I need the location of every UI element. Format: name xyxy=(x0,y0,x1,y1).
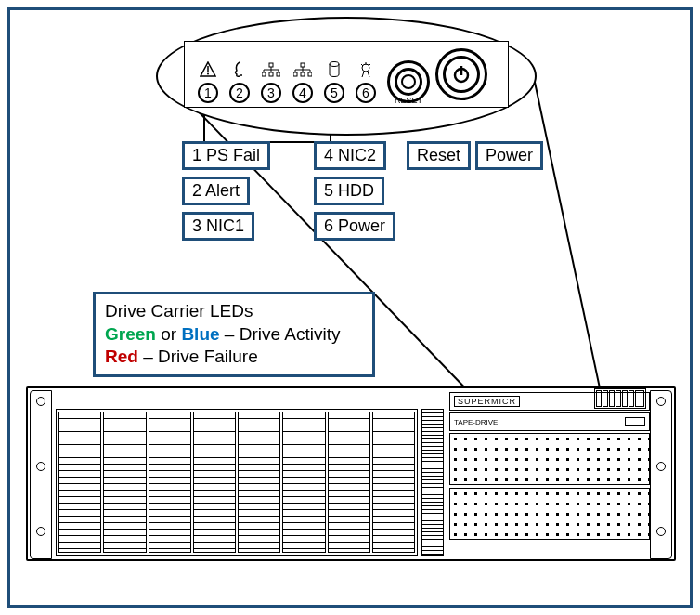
svg-rect-12 xyxy=(277,72,280,76)
drive-led-infobox: Drive Carrier LEDs Green or Blue – Drive… xyxy=(93,292,375,377)
infobox-failure: – Drive Failure xyxy=(138,347,258,366)
callout-2-alert: 2 Alert xyxy=(182,177,250,205)
powerled-icon xyxy=(359,60,372,79)
nic1-icon xyxy=(262,60,280,79)
led-4-number: 4 xyxy=(292,83,313,103)
svg-rect-19 xyxy=(293,72,297,76)
svg-point-2 xyxy=(207,73,209,75)
drive-carrier[interactable] xyxy=(238,412,280,553)
led-3: 3 xyxy=(255,60,287,103)
tape-label: TAPE-DRIVE xyxy=(454,418,498,426)
infobox-activity: – Drive Activity xyxy=(220,324,341,344)
brand-label: SUPERMICR xyxy=(454,396,520,407)
drive-carrier[interactable] xyxy=(282,412,325,553)
reset-label: RESET xyxy=(395,96,422,105)
drive-carrier[interactable] xyxy=(103,412,146,553)
server-chassis: SUPERMICR TAPE-DRIVE xyxy=(26,386,676,561)
led-2: 2 xyxy=(224,60,255,103)
callout-power: Power xyxy=(475,141,543,170)
nic2-icon xyxy=(293,60,312,79)
svg-rect-10 xyxy=(262,72,266,76)
svg-rect-13 xyxy=(301,63,305,67)
svg-rect-20 xyxy=(301,72,305,76)
drive-carrier[interactable] xyxy=(372,412,415,553)
right-module-stack: SUPERMICR TAPE-DRIVE xyxy=(449,392,650,557)
callout-4-nic2: 4 NIC2 xyxy=(314,141,386,170)
vent-grid-upper xyxy=(449,433,650,485)
callout-3-nic1: 3 NIC1 xyxy=(182,212,254,241)
infobox-red: Red xyxy=(105,347,138,366)
drive-carrier[interactable] xyxy=(328,412,370,553)
infobox-activity-line: Green or Blue – Drive Activity xyxy=(105,323,363,347)
svg-point-23 xyxy=(362,64,369,72)
front-panel-inset: 1 2 3 4 5 6 RESET xyxy=(184,41,509,108)
svg-rect-4 xyxy=(269,63,273,67)
callout-5-hdd: 5 HDD xyxy=(314,177,384,205)
callout-reset: Reset xyxy=(407,141,471,170)
led-5-number: 5 xyxy=(324,83,344,103)
vent-grid-lower xyxy=(449,488,650,540)
alert-icon xyxy=(233,60,246,79)
svg-rect-21 xyxy=(308,72,312,76)
psfail-icon xyxy=(200,60,216,79)
svg-point-3 xyxy=(240,74,242,76)
svg-line-28 xyxy=(368,72,369,77)
infobox-failure-line: Red – Drive Failure xyxy=(105,346,363,369)
drive-carrier[interactable] xyxy=(58,412,101,553)
led-1-number: 1 xyxy=(198,83,218,103)
infobox-or: or xyxy=(156,324,181,344)
rack-ear-left xyxy=(30,390,52,559)
tape-drive-row: TAPE-DRIVE xyxy=(449,412,650,431)
hdd-icon xyxy=(329,60,340,79)
svg-rect-11 xyxy=(269,72,273,76)
led-4: 4 xyxy=(287,60,318,103)
drive-bay xyxy=(56,409,418,556)
reset-button-wrap: RESET xyxy=(382,60,430,103)
led-3-number: 3 xyxy=(261,83,281,103)
led-5: 5 xyxy=(318,60,350,103)
callout-1-psfail: 1 PS Fail xyxy=(182,141,270,170)
infobox-green: Green xyxy=(105,324,156,344)
callout-6-power: 6 Power xyxy=(314,212,395,241)
led-1: 1 xyxy=(192,60,224,103)
led-6: 6 xyxy=(350,60,382,103)
infobox-title: Drive Carrier LEDs xyxy=(105,300,363,323)
front-panel-location xyxy=(594,388,646,409)
led-6-number: 6 xyxy=(356,83,376,103)
infobox-blue: Blue xyxy=(181,324,219,344)
led-2-number: 2 xyxy=(229,83,250,103)
svg-line-27 xyxy=(362,72,364,77)
rack-ear-right xyxy=(650,390,672,559)
power-button[interactable] xyxy=(435,48,487,100)
svg-line-26 xyxy=(369,64,370,66)
drive-carrier[interactable] xyxy=(193,412,236,553)
svg-line-25 xyxy=(361,64,363,66)
svg-point-22 xyxy=(330,62,339,67)
power-icon xyxy=(451,64,472,85)
tape-slot-icon xyxy=(625,417,645,426)
slim-slot xyxy=(421,409,444,556)
drive-carrier[interactable] xyxy=(149,412,191,553)
